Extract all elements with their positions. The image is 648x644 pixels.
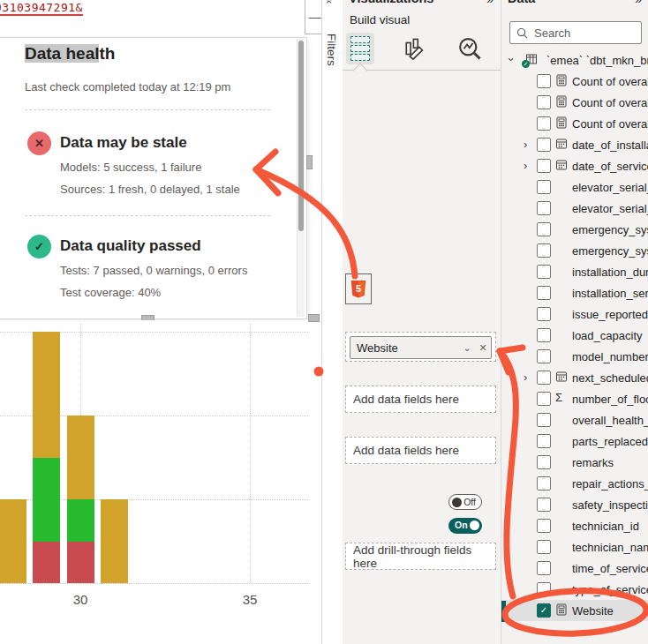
data-title: Data bbox=[508, 0, 535, 5]
field-row-date_of_installa[interactable]: ›date_of_installa... bbox=[501, 134, 648, 155]
field-row-technician_name[interactable]: technician_name bbox=[501, 536, 648, 558]
bar-segment-red-x30 bbox=[67, 542, 94, 584]
field-checkbox[interactable] bbox=[537, 222, 551, 236]
x-circle-icon: ✕ bbox=[27, 131, 51, 155]
field-checkbox[interactable] bbox=[537, 74, 551, 88]
well-placeholder: Add data fields here bbox=[353, 444, 459, 457]
field-label: load_capacity bbox=[572, 329, 643, 342]
field-row-time_of_service[interactable]: time_of_service bbox=[501, 558, 648, 579]
tooltips-field-well[interactable]: Add data fields here bbox=[345, 437, 496, 464]
divider bbox=[25, 215, 270, 216]
field-checkbox[interactable] bbox=[537, 180, 551, 194]
field-row-date_of_service[interactable]: ›date_of_service bbox=[501, 155, 648, 176]
field-checkbox[interactable] bbox=[537, 328, 551, 342]
field-checkbox[interactable] bbox=[537, 349, 551, 363]
data-pane: Data » ›✓`emea` `dbt_mkn_bron...Count of… bbox=[501, 0, 648, 644]
field-row-emergency_syst[interactable]: emergency_syst... bbox=[501, 219, 648, 240]
field-row-model_number[interactable]: model_number bbox=[501, 346, 648, 367]
resize-handle-corner[interactable] bbox=[308, 314, 320, 322]
field-row-installation_serv[interactable]: installation_serv... bbox=[501, 282, 648, 303]
field-checkbox[interactable] bbox=[537, 455, 551, 469]
field-row-website[interactable]: ✓Website bbox=[501, 600, 648, 621]
calc-icon bbox=[555, 603, 568, 616]
values-field-pill[interactable]: Website ⌄ ✕ bbox=[350, 336, 492, 359]
x-axis-line bbox=[0, 583, 308, 584]
field-row-safety_inspectio[interactable]: safety_inspectio... bbox=[501, 494, 648, 515]
field-row-overall_health_c[interactable]: overall_health_c... bbox=[501, 409, 648, 431]
chevron-right-icon[interactable]: › bbox=[524, 159, 527, 172]
expand-filters-icon[interactable]: « bbox=[323, 0, 336, 4]
field-row-type_of_service[interactable]: type_of_service bbox=[501, 579, 648, 600]
field-checkbox[interactable] bbox=[537, 498, 551, 512]
histogram-visual[interactable]: 3035 bbox=[0, 320, 308, 644]
search-box[interactable] bbox=[509, 21, 642, 44]
field-checkbox[interactable] bbox=[537, 243, 551, 258]
field-row-countofoveral[interactable]: Count of overal... bbox=[501, 92, 648, 113]
tab-build-visual[interactable] bbox=[346, 33, 374, 64]
chevron-right-icon[interactable]: › bbox=[524, 138, 527, 151]
popup-title: Data health bbox=[25, 44, 115, 64]
field-row-technician_id[interactable]: technician_id bbox=[501, 515, 648, 536]
field-checkbox[interactable] bbox=[537, 540, 551, 554]
field-checkbox[interactable] bbox=[537, 116, 551, 131]
drill-through-field-well[interactable]: Add drill-through fields here bbox=[345, 543, 496, 570]
bar-segment-green-x30 bbox=[67, 499, 94, 542]
cross-report-toggle[interactable]: Off bbox=[448, 494, 482, 510]
chevron-down-icon[interactable]: › bbox=[505, 57, 518, 61]
field-checkbox[interactable]: ✓ bbox=[537, 603, 551, 618]
field-checkbox[interactable] bbox=[537, 582, 551, 596]
field-checkbox[interactable] bbox=[537, 519, 551, 533]
field-row-emergency_syst[interactable]: emergency_syst... bbox=[501, 240, 648, 261]
search-input[interactable] bbox=[532, 26, 641, 41]
remove-field-icon[interactable]: ✕ bbox=[475, 342, 491, 354]
field-checkbox[interactable] bbox=[537, 561, 551, 575]
health-section-quality: ✓ Data quality passed Tests: 7 passed, 0… bbox=[60, 237, 281, 299]
tab-format-visual[interactable] bbox=[401, 33, 429, 64]
collapse-pane-icon[interactable]: » bbox=[486, 0, 494, 6]
search-icon bbox=[516, 27, 528, 39]
chevron-right-icon[interactable]: › bbox=[524, 371, 527, 384]
field-checkbox[interactable] bbox=[537, 307, 551, 321]
field-label: date_of_installa... bbox=[572, 139, 648, 152]
field-row-emeadbt_mkn_bron[interactable]: ›✓`emea` `dbt_mkn_bron... bbox=[501, 49, 648, 71]
field-row-countofoveral[interactable]: Count of overal... bbox=[501, 113, 648, 134]
field-checkbox[interactable] bbox=[537, 371, 551, 385]
divider bbox=[25, 109, 270, 110]
field-checkbox[interactable] bbox=[537, 201, 551, 215]
field-checkbox[interactable] bbox=[537, 476, 551, 490]
field-row-installation_dur[interactable]: installation_dur... bbox=[501, 261, 648, 282]
section-line: Tests: 7 passed, 0 warnings, 0 errors bbox=[60, 264, 281, 277]
resize-handle-right[interactable] bbox=[306, 155, 313, 169]
field-checkbox[interactable] bbox=[537, 138, 551, 152]
granularity-field-well[interactable]: Add data fields here bbox=[345, 386, 496, 413]
tab-analytics[interactable] bbox=[456, 33, 484, 64]
field-checkbox[interactable] bbox=[537, 265, 551, 279]
field-row-next_scheduled[interactable]: ›next_scheduled... bbox=[501, 367, 648, 388]
values-field-well[interactable]: Website ⌄ ✕ bbox=[345, 332, 496, 362]
filters-pane-collapsed[interactable]: « Filters bbox=[321, 0, 344, 644]
chevron-down-icon[interactable]: ⌄ bbox=[459, 342, 475, 354]
field-label: Website bbox=[572, 604, 614, 618]
data-health-visual[interactable]: Data health Last check completed today a… bbox=[0, 37, 307, 319]
field-checkbox[interactable] bbox=[537, 413, 551, 427]
field-row-load_capacity[interactable]: load_capacity bbox=[501, 325, 648, 346]
field-row-remarks[interactable]: remarks bbox=[501, 452, 648, 473]
field-label: next_scheduled... bbox=[572, 371, 648, 385]
field-row-parts_replaced[interactable]: parts_replaced bbox=[501, 431, 648, 452]
html5-custom-visual[interactable]: 5 bbox=[345, 273, 372, 304]
collapse-pane-icon[interactable]: » bbox=[635, 0, 642, 6]
field-row-elevator_serial_[interactable]: elevator_serial_... bbox=[501, 176, 648, 198]
field-checkbox[interactable] bbox=[537, 95, 551, 109]
field-checkbox[interactable] bbox=[537, 434, 551, 448]
popup-scrollbar-thumb[interactable] bbox=[298, 41, 304, 231]
field-row-issue_reported[interactable]: issue_reported bbox=[501, 303, 648, 325]
field-row-repair_actions_t[interactable]: repair_actions_t... bbox=[501, 473, 648, 494]
well-placeholder: Add data fields here bbox=[353, 393, 459, 406]
field-checkbox[interactable] bbox=[537, 286, 551, 300]
field-checkbox[interactable] bbox=[537, 159, 551, 173]
field-row-countofoveral[interactable]: Count of overal... bbox=[501, 71, 648, 92]
field-row-number_of_floo[interactable]: Σnumber_of_floo... bbox=[501, 388, 648, 409]
keep-all-filters-toggle[interactable]: On bbox=[448, 518, 482, 534]
field-row-elevator_serial_[interactable]: elevator_serial_... bbox=[501, 198, 648, 219]
field-checkbox[interactable] bbox=[537, 392, 551, 406]
